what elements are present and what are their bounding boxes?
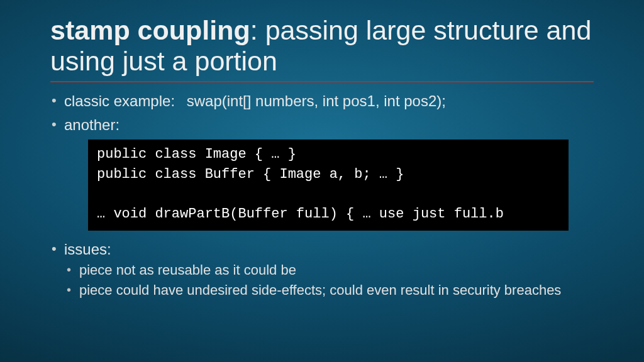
- issues-label: issues:: [64, 241, 111, 258]
- code-line-1: public class Image { … }: [97, 146, 296, 162]
- classic-code: swap(int[] numbers, int pos1, int pos2);: [187, 92, 446, 109]
- bullet-another: another:: [50, 115, 594, 135]
- code-block: public class Image { … } public class Bu…: [88, 140, 569, 231]
- code-line-4: … void drawPartB(Buffer full) { … use ju…: [97, 206, 504, 222]
- bullet-issues: issues: piece not as reusable as it coul…: [50, 239, 594, 300]
- issue-item: piece not as reusable as it could be: [64, 261, 594, 280]
- issues-sublist: piece not as reusable as it could be pie…: [64, 261, 594, 300]
- slide-title: stamp coupling: passing large structure …: [50, 15, 594, 82]
- issue-item: piece could have undesired side-effects;…: [64, 282, 594, 300]
- classic-label: classic example:: [64, 92, 175, 109]
- code-line-2: public class Buffer { Image a, b; … }: [97, 167, 404, 182]
- issues-list: issues: piece not as reusable as it coul…: [50, 239, 594, 300]
- bullet-list: classic example: swap(int[] numbers, int…: [50, 91, 594, 136]
- bullet-classic: classic example: swap(int[] numbers, int…: [50, 91, 594, 111]
- title-bold: stamp coupling: [50, 15, 250, 45]
